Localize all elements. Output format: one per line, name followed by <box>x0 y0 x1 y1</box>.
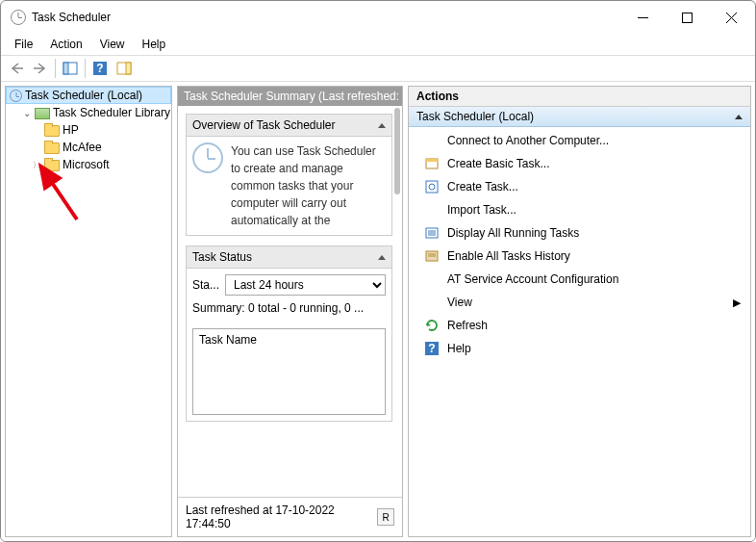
tree-root-label: Task Scheduler (Local) <box>24 89 143 102</box>
svg-rect-13 <box>426 181 438 193</box>
clock-icon <box>10 90 22 102</box>
summary-line: Summary: 0 total - 0 running, 0 ... <box>187 301 391 323</box>
actions-subtitle-label: Task Scheduler (Local) <box>416 110 534 123</box>
blank-icon <box>424 133 440 148</box>
blank-icon <box>424 271 440 287</box>
svg-line-10 <box>40 166 77 219</box>
maximize-button[interactable] <box>665 3 709 32</box>
blank-icon <box>424 295 440 310</box>
status-label: Sta... <box>192 278 219 292</box>
svg-rect-5 <box>63 63 68 74</box>
action-label: Display All Running Tasks <box>447 226 579 240</box>
action-item[interactable]: Create Task... <box>409 175 750 198</box>
toolbar: ? <box>1 55 755 82</box>
help-icon: ? <box>424 341 440 356</box>
overview-title: Overview of Task Scheduler <box>192 118 336 132</box>
summary-pane: Task Scheduler Summary (Last refreshed: … <box>177 86 403 537</box>
task-icon <box>424 179 440 194</box>
submenu-arrow-icon: ▶ <box>733 297 741 309</box>
titlebar: Task Scheduler <box>1 1 755 34</box>
tree-library-label: Task Scheduler Library <box>52 106 171 119</box>
workspace: Task Scheduler (Local) ⌄ Task Scheduler … <box>1 82 755 541</box>
folder-icon <box>44 157 60 172</box>
menu-file[interactable]: File <box>7 36 40 53</box>
history-icon <box>424 248 440 264</box>
svg-rect-1 <box>682 13 692 22</box>
action-item[interactable]: ?Help <box>409 337 750 360</box>
action-list: Connect to Another Computer...Create Bas… <box>409 127 750 362</box>
tree-item-label: HP <box>62 123 80 137</box>
action-label: Help <box>447 342 471 355</box>
action-label: View <box>447 296 472 309</box>
action-item[interactable]: Create Basic Task... <box>409 152 750 175</box>
action-item[interactable]: Connect to Another Computer... <box>409 129 750 152</box>
help-button[interactable]: ? <box>88 58 112 79</box>
back-button[interactable] <box>5 58 28 79</box>
menu-view[interactable]: View <box>92 36 133 53</box>
blank-icon <box>424 202 440 218</box>
chevron-right-icon[interactable]: 〉 <box>31 159 42 170</box>
library-icon <box>35 105 50 120</box>
action-item[interactable]: Display All Running Tasks <box>409 221 750 245</box>
minimize-button[interactable] <box>620 3 665 32</box>
tree-root[interactable]: Task Scheduler (Local) <box>6 87 171 104</box>
status-group: Task Status Sta... Last 24 hours Summary… <box>186 245 392 422</box>
action-item[interactable]: Refresh <box>409 314 750 337</box>
show-hide-action-button[interactable] <box>113 58 136 79</box>
summary-body[interactable]: Overview of Task Scheduler You can use T… <box>178 106 402 497</box>
tree-item-microsoft[interactable]: 〉 Microsoft <box>6 156 171 173</box>
svg-text:?: ? <box>96 62 103 75</box>
action-label: Create Basic Task... <box>447 157 550 170</box>
action-label: Enable All Tasks History <box>447 249 570 263</box>
action-item[interactable]: Enable All Tasks History <box>409 245 750 268</box>
overview-text: You can use Task Scheduler to create and… <box>231 142 386 229</box>
tree-item-label: McAfee <box>62 141 103 154</box>
tree-item-hp[interactable]: HP <box>6 121 171 139</box>
close-button[interactable] <box>709 3 753 32</box>
action-label: Create Task... <box>447 180 518 194</box>
action-label: Import Task... <box>447 203 517 217</box>
action-item[interactable]: View▶ <box>409 291 750 314</box>
summary-header: Task Scheduler Summary (Last refreshed: … <box>178 87 402 106</box>
svg-rect-12 <box>426 159 438 162</box>
navigation-pane[interactable]: Task Scheduler (Local) ⌄ Task Scheduler … <box>5 86 172 537</box>
folder-icon <box>44 122 60 138</box>
status-header[interactable]: Task Status <box>187 246 391 269</box>
chevron-down-icon[interactable]: ⌄ <box>21 107 33 118</box>
app-icon <box>11 10 26 25</box>
actions-pane: Actions Task Scheduler (Local) Connect t… <box>408 86 751 537</box>
last-refreshed: Last refreshed at 17-10-2022 17:44:50 <box>186 503 377 530</box>
show-hide-tree-button[interactable] <box>59 58 82 79</box>
status-select[interactable]: Last 24 hours <box>225 274 386 296</box>
summary-footer: Last refreshed at 17-10-2022 17:44:50 R <box>178 497 402 536</box>
actions-title: Actions <box>409 87 750 107</box>
task-name-list[interactable]: Task Name <box>192 328 386 415</box>
collapse-icon[interactable] <box>735 115 743 119</box>
basic-icon <box>424 156 440 171</box>
collapse-icon[interactable] <box>378 255 386 260</box>
action-item[interactable]: Import Task... <box>409 198 750 221</box>
svg-rect-9 <box>126 63 131 74</box>
menu-action[interactable]: Action <box>42 36 89 53</box>
action-label: Connect to Another Computer... <box>447 134 609 147</box>
actions-subtitle[interactable]: Task Scheduler (Local) <box>409 107 750 127</box>
taskname-header: Task Name <box>199 333 257 347</box>
window-title: Task Scheduler <box>32 11 620 24</box>
action-item[interactable]: AT Service Account Configuration <box>409 268 750 291</box>
overview-header[interactable]: Overview of Task Scheduler <box>187 115 391 137</box>
action-label: Refresh <box>447 319 488 332</box>
tree-item-label: Microsoft <box>62 158 111 171</box>
svg-text:?: ? <box>428 342 435 355</box>
menu-help[interactable]: Help <box>135 36 174 53</box>
forward-button[interactable] <box>29 58 52 79</box>
status-title: Task Status <box>192 250 252 264</box>
clock-icon <box>192 142 223 173</box>
overview-group: Overview of Task Scheduler You can use T… <box>186 114 392 236</box>
tree-item-mcafee[interactable]: McAfee <box>6 139 171 156</box>
folder-icon <box>44 140 60 155</box>
refresh-button[interactable]: R <box>377 508 394 526</box>
collapse-icon[interactable] <box>378 123 386 128</box>
menubar: File Action View Help <box>1 34 755 55</box>
running-icon <box>424 225 440 241</box>
tree-library[interactable]: ⌄ Task Scheduler Library <box>6 104 171 121</box>
